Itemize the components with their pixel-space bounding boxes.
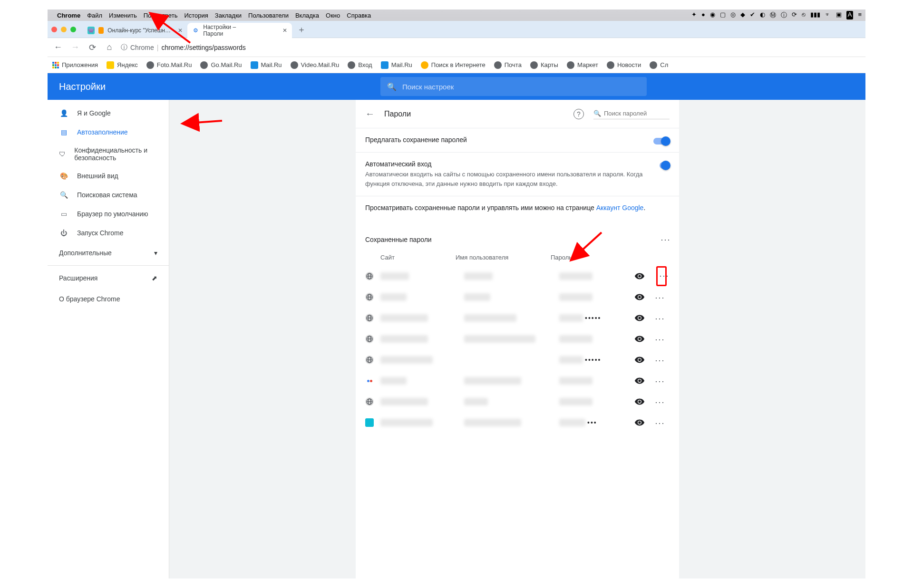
row-menu-button[interactable]: ⋮	[656, 312, 667, 324]
menu-users[interactable]: Пользователи	[248, 12, 289, 19]
sidebar-advanced[interactable]: Дополнительные ▾	[48, 242, 169, 263]
password-row[interactable]: ⋮	[356, 287, 679, 308]
tray-icon[interactable]: ⟳	[792, 11, 797, 19]
maximize-window-icon[interactable]	[70, 27, 76, 32]
tray-battery-icon[interactable]: ▮▮▮	[810, 11, 820, 19]
bookmark-item[interactable]: Video.Mail.Ru	[291, 61, 340, 69]
menu-history[interactable]: История	[184, 12, 208, 19]
tray-icon[interactable]: ▢	[720, 11, 726, 19]
apps-shortcut[interactable]: Приложения	[52, 61, 98, 68]
password-row[interactable]: ••••• ⋮	[356, 308, 679, 328]
password-row[interactable]: ⋮	[356, 391, 679, 412]
close-window-icon[interactable]	[51, 27, 57, 32]
sidebar-about[interactable]: О браузере Chrome	[48, 289, 169, 309]
tray-wifi-icon[interactable]: ᯤ	[825, 11, 831, 19]
close-tab-icon[interactable]: ✕	[178, 27, 183, 34]
sidebar-item-default-browser[interactable]: ▭ Браузер по умолчанию	[48, 204, 169, 223]
sidebar-extensions[interactable]: Расширения ⬈	[48, 268, 169, 289]
bookmark-item[interactable]: Почта	[494, 61, 522, 69]
show-password-icon[interactable]	[634, 271, 645, 281]
back-button[interactable]: ←	[52, 42, 64, 52]
tray-icon[interactable]: ≡	[858, 11, 862, 19]
sidebar-item-you-and-google[interactable]: 👤 Я и Google	[48, 104, 169, 123]
tray-icon[interactable]: ●	[701, 11, 705, 19]
password-row[interactable]: ••• ⋮	[356, 412, 679, 433]
menu-tab[interactable]: Вкладка	[295, 12, 319, 19]
tray-icon[interactable]: ◆	[740, 11, 745, 19]
show-password-icon[interactable]	[634, 355, 645, 365]
google-account-link[interactable]: Аккаунт Google	[596, 204, 644, 212]
bookmark-item[interactable]: Поиск в Интернете	[421, 61, 486, 69]
bookmark-item[interactable]: Новости	[607, 61, 641, 69]
tray-icon[interactable]: ✦	[691, 11, 697, 19]
settings-search[interactable]: 🔍	[380, 77, 647, 96]
row-menu-button[interactable]: ⋮	[656, 266, 667, 286]
row-menu-button[interactable]: ⋮	[656, 417, 667, 429]
row-menu-button[interactable]: ⋮	[656, 396, 667, 408]
home-button[interactable]: ⌂	[104, 42, 115, 52]
menu-edit[interactable]: Изменить	[109, 12, 137, 19]
row-menu-button[interactable]: ⋮	[656, 375, 667, 387]
sidebar-item-autofill[interactable]: ▤ Автозаполнение	[48, 123, 169, 142]
minimize-window-icon[interactable]	[61, 27, 67, 32]
sidebar-item-search-engine[interactable]: 🔍 Поисковая система	[48, 185, 169, 204]
password-row[interactable]: ⋮	[356, 370, 679, 391]
bookmark-item[interactable]: Карты	[530, 61, 558, 69]
power-icon: ⏻	[59, 228, 68, 238]
password-search[interactable]: 🔍	[593, 109, 670, 119]
forward-button[interactable]: →	[69, 42, 81, 52]
row-menu-button[interactable]: ⋮	[656, 354, 667, 366]
sidebar-item-startup[interactable]: ⏻ Запуск Chrome	[48, 223, 169, 242]
tray-icon[interactable]: ◎	[730, 11, 736, 19]
bookmark-item[interactable]: Сл	[650, 61, 668, 69]
omnibox[interactable]: ⓘ Chrome | chrome://settings/passwords	[121, 43, 246, 52]
site-info-icon[interactable]: ⓘ	[121, 43, 127, 52]
tray-lang-icon[interactable]: А	[846, 11, 854, 19]
bookmark-item[interactable]: Mail.Ru	[381, 61, 412, 69]
row-menu-button[interactable]: ⋮	[656, 291, 667, 303]
close-tab-icon[interactable]: ✕	[282, 27, 287, 34]
bookmark-item[interactable]: Foto.Mail.Ru	[146, 61, 192, 69]
tray-icon[interactable]: ◉	[710, 11, 715, 19]
show-password-icon[interactable]	[634, 292, 645, 302]
help-icon[interactable]: ?	[573, 109, 584, 119]
tray-icon[interactable]: ⓘ	[781, 11, 787, 19]
menu-view[interactable]: Посмотреть	[144, 12, 178, 19]
bookmark-item[interactable]: Яндекс	[107, 61, 138, 69]
show-password-icon[interactable]	[634, 313, 645, 323]
back-button[interactable]: ←	[365, 108, 375, 119]
tab-settings[interactable]: ⚙ Настройки – Пароли ✕	[187, 23, 292, 38]
bookmark-item[interactable]: Вход	[348, 61, 372, 69]
menu-file[interactable]: Файл	[87, 12, 102, 19]
auto-signin-toggle[interactable]	[660, 162, 670, 169]
app-name[interactable]: Chrome	[57, 12, 80, 19]
menu-bookmarks[interactable]: Закладки	[215, 12, 242, 19]
bookmark-item[interactable]: Mail.Ru	[251, 61, 282, 69]
tray-icon[interactable]: ◐	[760, 11, 765, 19]
tray-icon[interactable]: ▣	[836, 11, 842, 19]
password-row[interactable]: ••••• ⋮	[356, 349, 679, 370]
sidebar-item-privacy[interactable]: 🛡 Конфиденциальность и безопасность	[48, 142, 169, 166]
password-search-input[interactable]	[604, 110, 670, 117]
password-row[interactable]: ⋮	[356, 266, 679, 287]
new-tab-button[interactable]: ＋	[295, 23, 308, 36]
settings-search-input[interactable]	[402, 83, 640, 91]
password-row[interactable]: ⋮	[356, 328, 679, 349]
show-password-icon[interactable]	[634, 396, 645, 407]
menu-help[interactable]: Справка	[347, 12, 371, 19]
show-password-icon[interactable]	[634, 417, 645, 428]
bookmark-item[interactable]: Маркет	[567, 61, 598, 69]
reload-button[interactable]: ⟳	[87, 42, 98, 53]
show-password-icon[interactable]	[634, 334, 645, 344]
tray-icon[interactable]: ✔	[750, 11, 755, 19]
tab-course[interactable]: 👾 Онлайн-курс "Успешный пол... ✕	[83, 23, 187, 38]
show-password-icon[interactable]	[634, 376, 645, 386]
bookmark-item[interactable]: Go.Mail.Ru	[200, 61, 242, 69]
saved-passwords-menu[interactable]: ⋮	[662, 233, 670, 245]
sidebar-item-appearance[interactable]: 🎨 Внешний вид	[48, 166, 169, 185]
tray-icon[interactable]: ⎋	[802, 11, 806, 19]
tray-icon[interactable]: Ⓜ	[770, 11, 776, 19]
menu-window[interactable]: Окно	[326, 12, 340, 19]
offer-save-toggle[interactable]	[653, 138, 670, 145]
row-menu-button[interactable]: ⋮	[656, 333, 667, 345]
